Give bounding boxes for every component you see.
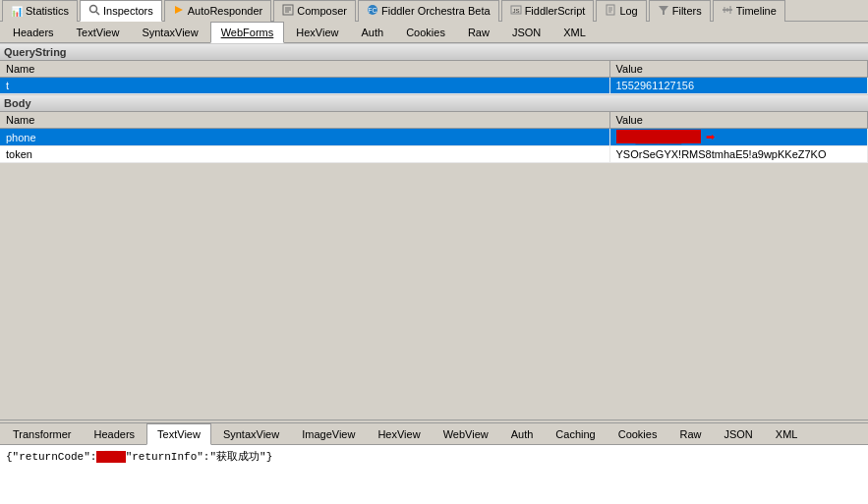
webforms-tab-label: WebForms bbox=[221, 27, 274, 38]
response-redacted: ██ bbox=[96, 451, 125, 463]
lower-syntaxview-tab[interactable]: SyntaxView bbox=[212, 423, 290, 445]
inspectors-icon bbox=[88, 4, 100, 18]
red-arrow-indicator: ➡ bbox=[706, 131, 715, 142]
autoresponder-icon bbox=[173, 4, 185, 18]
body-table: Name Value phone██████➡tokenYSOrSeGYX!RM… bbox=[0, 112, 868, 163]
body-row-name: token bbox=[0, 146, 609, 163]
body-label: Body bbox=[4, 97, 31, 109]
xml-tab-label: XML bbox=[563, 27, 586, 38]
lower-imageview-tab-label: ImageView bbox=[302, 428, 355, 440]
upper-tab-hexview[interactable]: HexView bbox=[285, 22, 349, 43]
json-tab-label: JSON bbox=[512, 27, 541, 38]
upper-tab-raw[interactable]: Raw bbox=[457, 22, 500, 43]
response-prefix: {"returnCode": bbox=[6, 451, 96, 463]
top-tab-filters[interactable]: Filters bbox=[649, 0, 711, 22]
body-row-name: phone bbox=[0, 129, 609, 146]
upper-tab-textview[interactable]: TextView bbox=[66, 22, 131, 43]
lower-headers-tab-label: Headers bbox=[94, 428, 136, 440]
transformer-tab[interactable]: Transformer bbox=[2, 423, 83, 445]
lower-xml-tab-label: XML bbox=[776, 428, 798, 440]
upper-tab-headers[interactable]: Headers bbox=[2, 22, 65, 43]
lower-textview-tab-label: TextView bbox=[157, 428, 201, 440]
textview-tab-label: TextView bbox=[77, 27, 120, 38]
top-tab-log[interactable]: Log bbox=[596, 0, 646, 22]
upper-panel: QueryString Name Value t1552961127156 Bo… bbox=[0, 43, 868, 163]
autoresponder-tab-label: AutoResponder bbox=[188, 5, 262, 17]
fiddlerscript-tab-label: FiddlerScript bbox=[525, 5, 586, 17]
top-tab-fiddlerscript[interactable]: JSFiddlerScript bbox=[501, 0, 595, 22]
body-row-value: ██████➡ bbox=[609, 129, 868, 146]
fiddlerscript-icon: JS bbox=[510, 4, 522, 18]
lower-textview-tab[interactable]: TextView bbox=[146, 423, 211, 445]
svg-text:JS: JS bbox=[512, 8, 519, 14]
top-tab-statistics[interactable]: 📊Statistics bbox=[2, 0, 78, 22]
svg-line-1 bbox=[96, 12, 99, 15]
middle-spacer bbox=[0, 163, 868, 420]
upper-tab-webforms[interactable]: WebForms bbox=[210, 22, 285, 43]
body-row-value: YSOrSeGYX!RMS8tmhaE5!a9wpKKeZ7KO bbox=[609, 146, 868, 163]
headers-tab-label: Headers bbox=[13, 27, 54, 38]
upper-tab-json[interactable]: JSON bbox=[501, 22, 551, 43]
redacted-value: ██████ bbox=[616, 130, 702, 143]
response-suffix: "returnInfo":"获取成功"} bbox=[126, 451, 273, 463]
querystring-name-header: Name bbox=[0, 61, 609, 78]
lower-hexview-tab[interactable]: HexView bbox=[367, 423, 431, 445]
lower-hexview-tab-label: HexView bbox=[377, 428, 420, 440]
lower-headers-tab[interactable]: Headers bbox=[84, 423, 146, 445]
body-name-header: Name bbox=[0, 112, 609, 129]
timeline-tab-label: Timeline bbox=[736, 5, 777, 17]
upper-tab-syntaxview[interactable]: SyntaxView bbox=[131, 22, 208, 43]
filters-icon bbox=[658, 4, 669, 18]
querystring-value-header: Value bbox=[609, 61, 868, 78]
upper-tab-xml[interactable]: XML bbox=[552, 22, 597, 43]
lower-webview-tab-label: WebView bbox=[443, 428, 489, 440]
lower-webview-tab[interactable]: WebView bbox=[433, 423, 499, 445]
table-row[interactable]: t1552961127156 bbox=[0, 78, 868, 94]
top-tab-inspectors[interactable]: Inspectors bbox=[80, 0, 162, 22]
timeline-icon bbox=[722, 4, 733, 18]
table-row[interactable]: phone██████➡ bbox=[0, 129, 868, 146]
body-value-header: Value bbox=[609, 112, 868, 129]
lower-caching-tab[interactable]: Caching bbox=[545, 423, 606, 445]
querystring-label: QueryString bbox=[4, 46, 67, 58]
lower-xml-tab[interactable]: XML bbox=[765, 423, 809, 445]
syntaxview-tab-label: SyntaxView bbox=[142, 27, 198, 38]
top-tab-autoresponder[interactable]: AutoResponder bbox=[164, 0, 271, 22]
querystring-table: Name Value t1552961127156 bbox=[0, 61, 868, 94]
lower-tab-bar: TransformerHeadersTextViewSyntaxViewImag… bbox=[0, 423, 868, 445]
querystring-row-value: 1552961127156 bbox=[609, 78, 868, 94]
top-tab-timeline[interactable]: Timeline bbox=[713, 0, 785, 22]
raw-tab-label: Raw bbox=[468, 27, 490, 38]
upper-tab-auth[interactable]: Auth bbox=[351, 22, 395, 43]
inspectors-tab-label: Inspectors bbox=[103, 5, 153, 17]
log-icon bbox=[605, 4, 616, 18]
upper-tab-cookies[interactable]: Cookies bbox=[395, 22, 456, 43]
lower-caching-tab-label: Caching bbox=[555, 428, 595, 440]
lower-json-tab-label: JSON bbox=[723, 428, 752, 440]
lower-raw-tab[interactable]: Raw bbox=[668, 423, 712, 445]
lower-cookies-tab[interactable]: Cookies bbox=[608, 423, 668, 445]
lower-auth-tab[interactable]: Auth bbox=[500, 423, 545, 445]
body-header-row: Name Value bbox=[0, 112, 868, 129]
log-tab-label: Log bbox=[619, 5, 637, 17]
upper-tab-bar: HeadersTextViewSyntaxViewWebFormsHexView… bbox=[0, 22, 868, 43]
statistics-icon: 📊 bbox=[11, 6, 23, 17]
composer-tab-label: Composer bbox=[297, 5, 347, 17]
svg-point-0 bbox=[90, 5, 97, 12]
table-row[interactable]: tokenYSOrSeGYX!RMS8tmhaE5!a9wpKKeZ7KO bbox=[0, 146, 868, 163]
top-tab-fiddler-orchestra[interactable]: FCFiddler Orchestra Beta bbox=[358, 0, 499, 22]
lower-raw-tab-label: Raw bbox=[679, 428, 701, 440]
lower-json-tab[interactable]: JSON bbox=[713, 423, 763, 445]
cookies-tab-label: Cookies bbox=[406, 27, 445, 38]
main-layout: 📊StatisticsInspectorsAutoResponderCompos… bbox=[0, 0, 868, 504]
querystring-header-row: Name Value bbox=[0, 61, 868, 78]
lower-imageview-tab[interactable]: ImageView bbox=[291, 423, 366, 445]
fiddler-orchestra-icon: FC bbox=[367, 4, 378, 18]
querystring-section-header: QueryString bbox=[0, 43, 868, 61]
top-tab-composer[interactable]: Composer bbox=[273, 0, 356, 22]
statistics-tab-label: Statistics bbox=[26, 5, 69, 17]
auth-tab-label: Auth bbox=[362, 27, 384, 38]
lower-cookies-tab-label: Cookies bbox=[618, 428, 658, 440]
svg-text:FC: FC bbox=[368, 7, 376, 14]
lower-syntaxview-tab-label: SyntaxView bbox=[223, 428, 279, 440]
